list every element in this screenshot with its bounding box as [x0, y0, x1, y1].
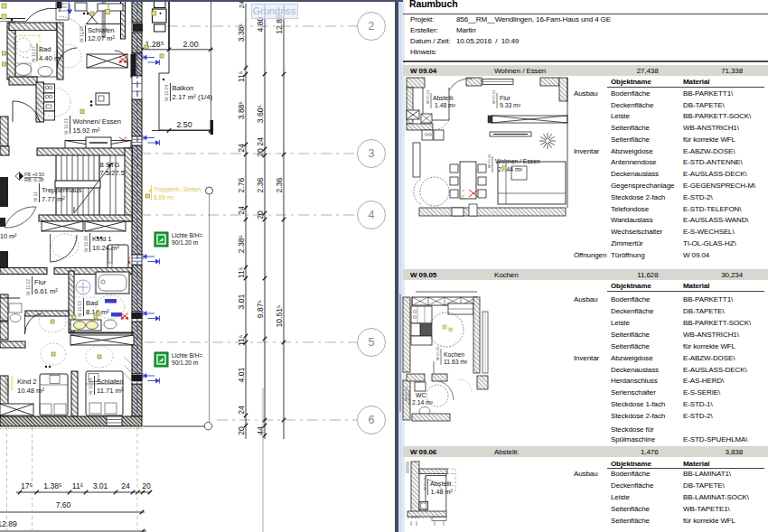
svg-text:11⁵: 11⁵	[237, 266, 246, 278]
svg-text:W 09.06: W 09.06	[423, 476, 427, 490]
svg-text:W 09.04: W 09.04	[487, 154, 492, 168]
svg-text:9.33 m²: 9.33 m²	[500, 102, 521, 108]
svg-text:11⁵: 11⁵	[237, 70, 246, 82]
svg-text:20: 20	[237, 426, 246, 435]
svg-text:Schlafen: Schlafen	[97, 378, 124, 386]
svg-text:2.50: 2.50	[176, 120, 192, 129]
svg-text:WC: WC	[416, 392, 426, 398]
svg-text:Balkon: Balkon	[173, 84, 194, 92]
svg-text:W 09.03: W 09.03	[404, 387, 408, 401]
svg-text:Treppenhaus: Treppenhaus	[42, 186, 82, 194]
svg-text:11.63 m²: 11.63 m²	[444, 359, 468, 365]
svg-text:15.92 m²: 15.92 m²	[73, 126, 100, 135]
svg-text:Kochen: Kochen	[444, 351, 464, 358]
svg-text:Lichte B/H=: Lichte B/H=	[172, 232, 202, 238]
svg-text:Kind 2: Kind 2	[17, 378, 37, 386]
svg-text:27.44 m²: 27.44 m²	[498, 166, 523, 173]
svg-text:2.14 m²: 2.14 m²	[412, 399, 434, 406]
svg-text:12.07 m²: 12.07 m²	[88, 34, 115, 42]
svg-text:Bad: Bad	[86, 299, 98, 307]
svg-text:6: 6	[369, 414, 375, 426]
svg-text:3: 3	[369, 147, 375, 160]
svg-text:RB -0.38: RB -0.38	[24, 177, 43, 182]
svg-text:90/1.20 m: 90/1.20 m	[172, 239, 199, 246]
svg-text:24: 24	[238, 1, 246, 8]
svg-text:Bad: Bad	[39, 45, 52, 53]
svg-text:24: 24	[256, 137, 265, 146]
svg-text:W 11: W 11	[33, 191, 38, 202]
svg-text:2.17 m² (1/4): 2.17 m² (1/4)	[173, 93, 213, 101]
svg-text:2.36: 2.36	[275, 177, 284, 192]
svg-text:24: 24	[121, 481, 130, 490]
svg-text:10.48 m²: 10.48 m²	[17, 387, 44, 395]
svg-text:24: 24	[237, 406, 246, 415]
svg-text:Wohnen / Essen: Wohnen / Essen	[495, 158, 540, 164]
svg-text:2.76: 2.76	[237, 177, 246, 192]
svg-text:6.61 m²: 6.61 m²	[34, 287, 58, 295]
svg-text:W 11.05: W 11.05	[5, 378, 10, 395]
svg-text:10 m²: 10 m²	[0, 232, 17, 240]
svg-text:3.01: 3.01	[237, 294, 246, 309]
svg-text:W 11.08: W 11.08	[79, 26, 84, 42]
svg-text:11.71 m²: 11.71 m²	[97, 387, 124, 395]
svg-text:W 11.07: W 11.07	[31, 46, 36, 62]
svg-text:W 11.03: W 11.03	[77, 301, 82, 317]
svg-text:8.89 m²: 8.89 m²	[154, 194, 175, 201]
svg-text:4.01: 4.01	[237, 367, 246, 382]
svg-text:Abstellr.: Abstellr.	[433, 95, 454, 101]
svg-text:W 11.01: W 11.01	[63, 118, 69, 135]
svg-text:3.60⁵: 3.60⁵	[256, 104, 265, 123]
svg-text:10.24 m²: 10.24 m²	[92, 244, 119, 252]
svg-text:2: 2	[369, 20, 375, 33]
svg-text:7.60: 7.60	[56, 500, 71, 509]
svg-text:24: 24	[237, 206, 246, 215]
svg-text:W 09.02: W 09.02	[492, 89, 496, 104]
svg-text:⚡: ⚡	[147, 188, 154, 194]
svg-text:24, ×: 24, ×	[460, 190, 465, 201]
svg-text:9.87⁵: 9.87⁵	[256, 299, 265, 318]
svg-text:2.36: 2.36	[256, 177, 265, 192]
svg-text:7.77 m²: 7.77 m²	[42, 195, 65, 203]
svg-text:90/1.20 m: 90/1.20 m	[172, 359, 199, 366]
svg-text:11⁵: 11⁵	[72, 481, 84, 490]
svg-text:W 11.04: W 11.04	[88, 378, 93, 395]
svg-text:4: 4	[369, 209, 375, 221]
svg-text:1.38⁵: 1.38⁵	[43, 481, 62, 490]
svg-text:3.88⁵: 3.88⁵	[237, 100, 246, 119]
svg-text:1.48 m²: 1.48 m²	[431, 488, 454, 496]
svg-text:Treppenh.-Seiten: Treppenh.-Seiten	[154, 186, 201, 193]
svg-text:Kind 1: Kind 1	[92, 235, 112, 243]
svg-text:W 11.04: W 11.04	[164, 85, 169, 101]
svg-text:20: 20	[142, 481, 151, 490]
svg-text:Abstellr.: Abstellr.	[430, 480, 454, 488]
svg-text:W 11.02: W 11.02	[25, 279, 31, 295]
svg-text:2.00: 2.00	[183, 40, 198, 49]
svg-text:Flur: Flur	[34, 278, 47, 286]
svg-text:7.5/27.5: 7.5/27.5	[100, 169, 125, 177]
svg-text:2.38⁵: 2.38⁵	[237, 234, 246, 253]
svg-text:11⁵: 11⁵	[237, 334, 246, 346]
svg-text:4.40 m²: 4.40 m²	[39, 54, 62, 62]
svg-text:1.48 m²: 1.48 m²	[435, 102, 456, 108]
svg-text:Schlafen: Schlafen	[88, 26, 115, 34]
svg-text:10.51⁵: 10.51⁵	[275, 304, 284, 328]
svg-text:W 09.01: W 09.01	[426, 89, 430, 104]
svg-text:20: 20	[256, 148, 265, 157]
svg-text:17⁵: 17⁵	[21, 481, 33, 490]
svg-text:24: 24	[237, 144, 246, 153]
svg-text:3.38⁵: 3.38⁵	[237, 23, 246, 42]
svg-text:W 09.05: W 09.05	[436, 346, 440, 360]
svg-text:8 STG: 8 STG	[100, 161, 120, 169]
svg-text:Flur: Flur	[500, 95, 510, 101]
svg-text:Lichte B/H=: Lichte B/H=	[172, 352, 202, 359]
svg-text:W 11.06: W 11.06	[83, 236, 89, 252]
svg-text:5: 5	[369, 336, 375, 349]
svg-text:Wohnen/ Essen: Wohnen/ Essen	[73, 117, 121, 126]
svg-text:3.01: 3.01	[93, 481, 108, 490]
svg-text:20: 20	[256, 210, 265, 219]
svg-text:12.89: 12.89	[0, 519, 17, 528]
